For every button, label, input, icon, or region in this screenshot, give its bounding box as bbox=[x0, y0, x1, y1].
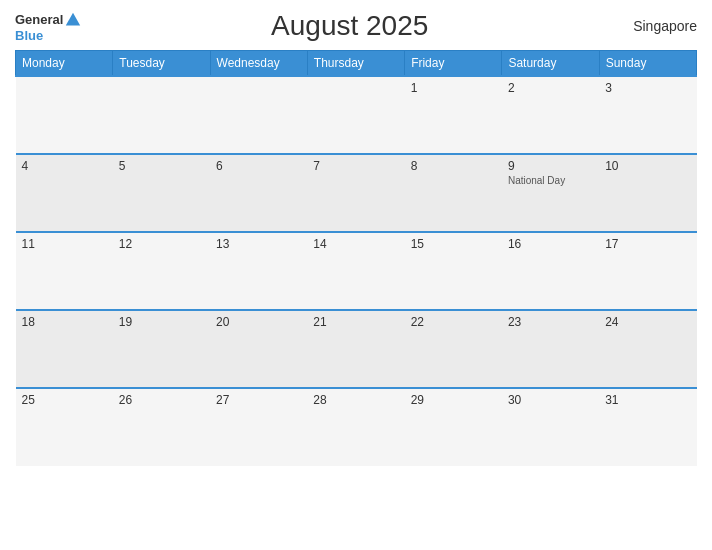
logo-blue-text: Blue bbox=[15, 29, 43, 42]
col-thursday: Thursday bbox=[307, 51, 404, 77]
col-wednesday: Wednesday bbox=[210, 51, 307, 77]
day-number: 13 bbox=[216, 237, 301, 251]
day-number: 22 bbox=[411, 315, 496, 329]
page-header: General Blue August 2025 Singapore bbox=[15, 10, 697, 42]
calendar-cell: 29 bbox=[405, 388, 502, 466]
calendar-cell: 5 bbox=[113, 154, 210, 232]
calendar-week-row: 18192021222324 bbox=[16, 310, 697, 388]
day-number: 6 bbox=[216, 159, 301, 173]
calendar-cell: 15 bbox=[405, 232, 502, 310]
day-number: 27 bbox=[216, 393, 301, 407]
calendar-cell: 17 bbox=[599, 232, 696, 310]
day-number: 29 bbox=[411, 393, 496, 407]
calendar-cell: 7 bbox=[307, 154, 404, 232]
calendar-cell: 13 bbox=[210, 232, 307, 310]
col-saturday: Saturday bbox=[502, 51, 599, 77]
calendar-cell: 22 bbox=[405, 310, 502, 388]
day-number: 2 bbox=[508, 81, 593, 95]
calendar-week-row: 11121314151617 bbox=[16, 232, 697, 310]
svg-marker-0 bbox=[66, 12, 80, 25]
day-number: 14 bbox=[313, 237, 398, 251]
calendar-cell bbox=[16, 76, 113, 154]
col-tuesday: Tuesday bbox=[113, 51, 210, 77]
day-number: 16 bbox=[508, 237, 593, 251]
day-number: 30 bbox=[508, 393, 593, 407]
calendar-table: Monday Tuesday Wednesday Thursday Friday… bbox=[15, 50, 697, 466]
day-number: 10 bbox=[605, 159, 690, 173]
day-number: 3 bbox=[605, 81, 690, 95]
day-number: 28 bbox=[313, 393, 398, 407]
calendar-cell: 14 bbox=[307, 232, 404, 310]
calendar-cell: 24 bbox=[599, 310, 696, 388]
calendar-header-row: Monday Tuesday Wednesday Thursday Friday… bbox=[16, 51, 697, 77]
calendar-cell: 16 bbox=[502, 232, 599, 310]
day-number: 20 bbox=[216, 315, 301, 329]
calendar-cell: 1 bbox=[405, 76, 502, 154]
logo: General Blue bbox=[15, 11, 82, 42]
calendar-week-row: 123 bbox=[16, 76, 697, 154]
col-friday: Friday bbox=[405, 51, 502, 77]
logo-general-text: General bbox=[15, 13, 63, 26]
day-number: 9 bbox=[508, 159, 593, 173]
calendar-cell: 28 bbox=[307, 388, 404, 466]
calendar-cell: 4 bbox=[16, 154, 113, 232]
calendar-cell: 25 bbox=[16, 388, 113, 466]
day-number: 1 bbox=[411, 81, 496, 95]
calendar-cell bbox=[113, 76, 210, 154]
calendar-page: General Blue August 2025 Singapore Monda… bbox=[0, 0, 712, 550]
holiday-label: National Day bbox=[508, 175, 593, 186]
day-number: 15 bbox=[411, 237, 496, 251]
day-number: 26 bbox=[119, 393, 204, 407]
day-number: 7 bbox=[313, 159, 398, 173]
day-number: 8 bbox=[411, 159, 496, 173]
calendar-cell: 21 bbox=[307, 310, 404, 388]
calendar-cell: 10 bbox=[599, 154, 696, 232]
day-number: 25 bbox=[22, 393, 107, 407]
calendar-cell: 31 bbox=[599, 388, 696, 466]
day-number: 18 bbox=[22, 315, 107, 329]
calendar-cell bbox=[307, 76, 404, 154]
country-label: Singapore bbox=[617, 18, 697, 34]
day-number: 21 bbox=[313, 315, 398, 329]
calendar-cell bbox=[210, 76, 307, 154]
day-number: 11 bbox=[22, 237, 107, 251]
calendar-cell: 9National Day bbox=[502, 154, 599, 232]
day-number: 12 bbox=[119, 237, 204, 251]
page-title: August 2025 bbox=[82, 10, 617, 42]
day-number: 31 bbox=[605, 393, 690, 407]
col-monday: Monday bbox=[16, 51, 113, 77]
day-number: 17 bbox=[605, 237, 690, 251]
logo-icon bbox=[64, 11, 82, 29]
day-number: 24 bbox=[605, 315, 690, 329]
calendar-cell: 26 bbox=[113, 388, 210, 466]
calendar-cell: 20 bbox=[210, 310, 307, 388]
day-number: 5 bbox=[119, 159, 204, 173]
calendar-cell: 27 bbox=[210, 388, 307, 466]
col-sunday: Sunday bbox=[599, 51, 696, 77]
calendar-cell: 6 bbox=[210, 154, 307, 232]
calendar-cell: 8 bbox=[405, 154, 502, 232]
calendar-cell: 30 bbox=[502, 388, 599, 466]
calendar-cell: 19 bbox=[113, 310, 210, 388]
day-number: 4 bbox=[22, 159, 107, 173]
calendar-cell: 12 bbox=[113, 232, 210, 310]
calendar-week-row: 25262728293031 bbox=[16, 388, 697, 466]
calendar-cell: 18 bbox=[16, 310, 113, 388]
calendar-week-row: 456789National Day10 bbox=[16, 154, 697, 232]
calendar-cell: 3 bbox=[599, 76, 696, 154]
day-number: 19 bbox=[119, 315, 204, 329]
day-number: 23 bbox=[508, 315, 593, 329]
calendar-cell: 23 bbox=[502, 310, 599, 388]
calendar-cell: 2 bbox=[502, 76, 599, 154]
calendar-cell: 11 bbox=[16, 232, 113, 310]
